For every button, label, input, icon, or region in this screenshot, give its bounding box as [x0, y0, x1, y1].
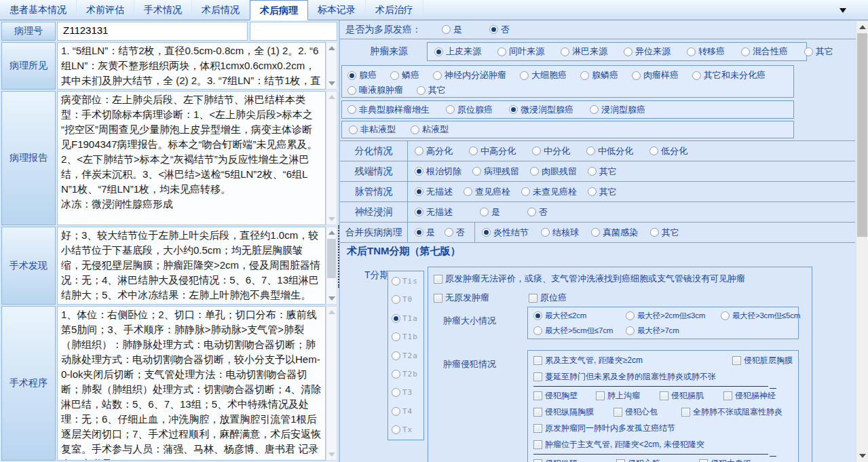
pathology-report-scrollbar[interactable]: [326, 91, 337, 225]
check-option[interactable]: 原发肿瘤无法评价，或痰、支气管冲洗液找到癌细胞或支气管镜没有可见肿瘤: [434, 273, 745, 285]
radio-option[interactable]: T3: [392, 388, 423, 397]
check-option[interactable]: 侵犯纵隔胸膜: [533, 406, 614, 418]
radio-option[interactable]: 否: [527, 206, 548, 218]
check-option[interactable]: 侵犯心包: [614, 406, 681, 418]
check-option[interactable]: 累及主支气管, 距隆突≥2cm: [533, 355, 643, 366]
radio-option[interactable]: 微浸润型腺癌: [509, 104, 573, 116]
scroll-down-icon[interactable]: [328, 215, 335, 223]
radio-option[interactable]: 未查见癌栓: [521, 186, 577, 198]
radio-option[interactable]: 淋巴来源: [561, 45, 607, 58]
radio-option[interactable]: 是: [442, 24, 462, 36]
radio-option[interactable]: 否: [445, 227, 465, 239]
surgery-findings-textarea[interactable]: 好；3、较大结节位于左肺上叶尖后段，直径约1.0cm，较小结节位于下基底段，大小…: [57, 227, 326, 305]
radio-option[interactable]: 其它: [588, 186, 617, 198]
radio-option[interactable]: 肉眼残留: [530, 166, 577, 178]
radio-option[interactable]: 是: [415, 227, 435, 239]
check-option[interactable]: 无原发肿瘤: [434, 292, 489, 304]
radio-option[interactable]: 最大径≤2cm: [533, 311, 626, 321]
scroll-up-icon[interactable]: [328, 309, 335, 316]
radio-option[interactable]: T2a: [392, 351, 423, 360]
tab-patient-basic[interactable]: 患者基本情况: [0, 0, 77, 20]
pathology-no-extra-field[interactable]: [250, 22, 337, 41]
tab-specimen-record[interactable]: 标本记录: [308, 0, 366, 20]
right-panel-scrollbar[interactable]: [856, 21, 868, 462]
radio-option[interactable]: 混合性癌: [741, 45, 788, 58]
radio-option[interactable]: 炎性结节: [482, 227, 529, 239]
check-option[interactable]: 蔓延至肺门但未累及全肺的阻塞性肺炎或肺不张: [533, 371, 716, 383]
radio-option[interactable]: 异位来源: [624, 45, 671, 58]
radio-option[interactable]: 鳞癌: [390, 69, 419, 81]
check-option[interactable]: 侵犯膈肌: [660, 390, 723, 402]
radio-option[interactable]: 间叶来源: [497, 45, 544, 58]
radio-option[interactable]: Tis: [392, 277, 423, 286]
radio-option[interactable]: 低分化: [649, 145, 687, 157]
tab-postop-treatment[interactable]: 术后治疗: [366, 0, 423, 20]
radio-option[interactable]: 病理残留: [472, 166, 519, 178]
radio-option[interactable]: 转移癌: [687, 45, 725, 58]
radio-option[interactable]: 唾液腺肿瘤: [347, 84, 403, 96]
check-option[interactable]: 侵犯脏层胸膜: [732, 355, 793, 366]
splitter-grip[interactable]: [338, 225, 339, 288]
scroll-up-icon[interactable]: [328, 229, 335, 237]
tab-postop[interactable]: 术后情况: [192, 0, 250, 20]
radio-option[interactable]: 是: [480, 206, 500, 218]
scrollbar-thumb[interactable]: [857, 33, 867, 237]
radio-option[interactable]: 腺鳞癌: [580, 69, 618, 81]
radio-option[interactable]: 查见癌栓: [464, 186, 510, 198]
check-option[interactable]: 侵犯大血管: [699, 458, 793, 462]
radio-option[interactable]: 其它: [417, 84, 446, 96]
check-option[interactable]: 侵犯心脏: [616, 458, 699, 462]
check-option[interactable]: 侵犯纵隔: [533, 458, 616, 462]
surgery-procedure-scrollbar[interactable]: [326, 306, 337, 461]
surgery-findings-scrollbar[interactable]: [326, 227, 337, 305]
surgery-procedure-textarea[interactable]: 1、体位：右侧卧位；2、切口：单孔；切口分布：腋前线第5肋间；3、手术顺序：肺静…: [57, 306, 326, 461]
radio-option[interactable]: Tx: [392, 425, 423, 434]
scroll-up-icon[interactable]: [856, 22, 868, 33]
radio-option[interactable]: 大细胞癌: [520, 69, 567, 81]
radio-option[interactable]: 腺癌: [347, 69, 377, 81]
radio-option[interactable]: 其它: [804, 45, 833, 58]
check-option[interactable]: 肺上沟瘤: [596, 390, 660, 402]
radio-option[interactable]: 否: [489, 24, 510, 36]
radio-option[interactable]: 肉瘤样癌: [632, 69, 679, 81]
check-option[interactable]: 原位癌: [529, 292, 567, 304]
check-option[interactable]: 侵犯胸壁: [533, 390, 596, 402]
radio-option[interactable]: 非粘液型: [349, 123, 396, 136]
radio-option[interactable]: 真菌感染: [591, 227, 638, 239]
radio-option[interactable]: 中低分化: [586, 145, 633, 157]
pathology-findings-scrollbar[interactable]: [326, 42, 337, 90]
check-option[interactable]: 肿瘤位于主支气管, 距隆突<2cm, 未侵犯隆突: [533, 439, 704, 450]
radio-option[interactable]: 最大径>7cm: [626, 326, 795, 336]
tab-preop-eval[interactable]: 术前评估: [77, 0, 134, 20]
check-option[interactable]: 全肺肺不张或阻塞性肺炎: [681, 406, 793, 418]
radio-option[interactable]: T0: [392, 295, 423, 304]
radio-option[interactable]: 神经内分泌肿瘤: [433, 69, 506, 81]
radio-option[interactable]: 根治切除: [415, 166, 461, 178]
radio-option[interactable]: 其它: [588, 166, 617, 178]
radio-option[interactable]: 上皮来源: [434, 45, 481, 58]
radio-option[interactable]: 无描述: [415, 206, 453, 218]
radio-option[interactable]: T1a: [392, 314, 423, 323]
radio-option[interactable]: 最大径>3cm但≤5cm: [721, 311, 800, 321]
scroll-down-icon[interactable]: [856, 450, 868, 461]
scroll-down-icon[interactable]: [328, 294, 335, 302]
scroll-up-icon[interactable]: [328, 94, 335, 101]
tab-overflow-dropdown-icon[interactable]: [839, 8, 846, 13]
radio-option[interactable]: 其它: [650, 227, 679, 239]
radio-option[interactable]: 最大径>5cm但≤7cm: [533, 326, 626, 336]
check-option[interactable]: 侵犯膈神经: [723, 390, 793, 402]
radio-option[interactable]: 高分化: [415, 145, 453, 157]
radio-option[interactable]: 结核球: [541, 227, 579, 239]
radio-option[interactable]: 中高分化: [469, 145, 516, 157]
pathology-report-textarea[interactable]: 病变部位：左上肺尖后段、左下肺结节、淋巴结样本类型：手术切除标本病理诊断：1、<…: [57, 91, 326, 225]
radio-option[interactable]: 原位腺癌: [446, 104, 493, 116]
tab-postop-pathology[interactable]: 术后病理: [250, 0, 308, 20]
scroll-down-icon[interactable]: [328, 450, 335, 458]
scrollbar-thumb[interactable]: [327, 239, 336, 278]
radio-option[interactable]: 粘液型: [411, 123, 449, 136]
radio-option[interactable]: T2b: [392, 370, 423, 379]
radio-option[interactable]: 中分化: [532, 145, 570, 157]
pathology-no-input[interactable]: Z1123131: [57, 22, 248, 41]
radio-option[interactable]: 其它和未分化癌: [692, 69, 766, 81]
radio-option[interactable]: 非典型腺样瘤增生: [347, 104, 430, 116]
